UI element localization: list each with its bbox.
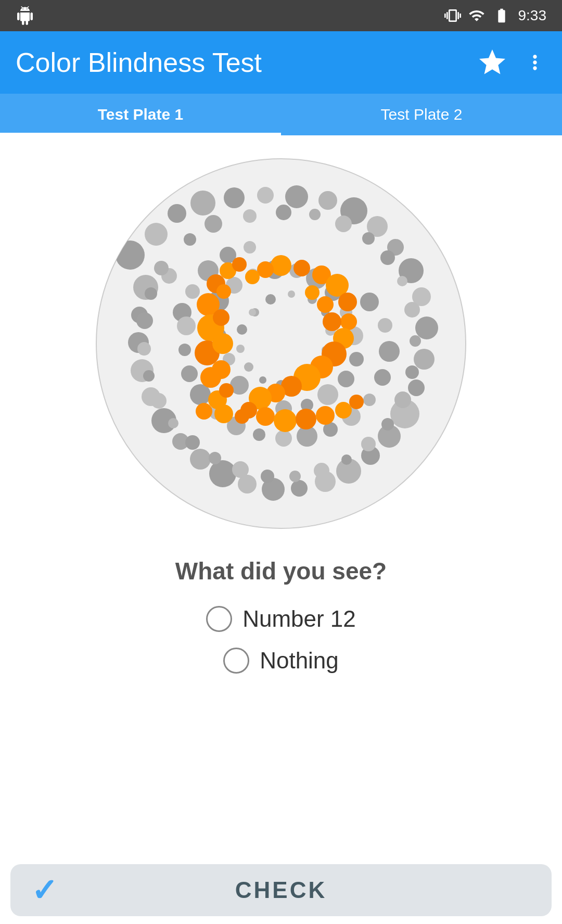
android-icon	[16, 6, 34, 25]
svg-point-58	[168, 418, 178, 428]
svg-point-54	[261, 470, 274, 483]
svg-point-150	[274, 409, 297, 432]
status-bar-left	[16, 6, 34, 25]
svg-point-153	[335, 402, 352, 419]
svg-point-151	[296, 409, 316, 429]
svg-point-6	[224, 187, 245, 208]
status-bar-right: 9:33	[444, 7, 547, 24]
ishihara-plate	[88, 151, 474, 536]
signal-icon	[468, 7, 485, 24]
more-options-icon[interactable]	[523, 47, 546, 78]
svg-point-4	[168, 204, 186, 223]
svg-point-60	[143, 370, 155, 382]
status-bar: 9:33	[0, 0, 562, 31]
svg-point-15	[415, 317, 438, 339]
question-text: What did you see?	[175, 557, 387, 585]
svg-point-84	[178, 344, 191, 356]
svg-point-140	[340, 313, 357, 330]
svg-point-74	[363, 394, 376, 406]
svg-point-106	[288, 290, 295, 298]
svg-point-83	[181, 365, 198, 382]
svg-point-70	[360, 293, 379, 311]
check-label: CHECK	[235, 877, 327, 903]
svg-point-94	[349, 352, 364, 366]
svg-point-128	[212, 360, 231, 379]
svg-point-44	[397, 276, 407, 286]
check-button-container: ✓ CHECK	[0, 856, 562, 924]
svg-point-152	[316, 406, 335, 425]
svg-point-148	[240, 402, 257, 419]
svg-point-5	[190, 191, 215, 216]
option-number-12-label: Number 12	[242, 606, 356, 632]
svg-point-116	[236, 345, 245, 353]
svg-point-127	[212, 333, 233, 354]
svg-point-38	[243, 209, 257, 223]
svg-point-85	[177, 317, 196, 335]
svg-point-126	[213, 309, 229, 326]
svg-point-158	[317, 296, 334, 313]
svg-point-114	[259, 376, 266, 384]
svg-point-8	[285, 185, 308, 208]
svg-point-71	[378, 318, 392, 333]
svg-point-3	[145, 223, 168, 246]
check-icon: ✓	[31, 872, 57, 908]
svg-point-39	[276, 205, 291, 220]
svg-point-41	[335, 216, 352, 232]
svg-point-56	[209, 452, 221, 464]
app-bar: Color Blindness Test	[0, 31, 562, 94]
svg-point-47	[405, 365, 419, 379]
svg-point-154	[349, 395, 364, 409]
svg-point-125	[216, 284, 231, 299]
svg-point-72	[379, 341, 400, 362]
svg-point-26	[209, 460, 236, 487]
svg-point-43	[380, 250, 395, 265]
svg-point-66	[185, 284, 200, 299]
svg-point-115	[244, 362, 253, 372]
svg-point-136	[293, 260, 310, 276]
svg-point-92	[317, 384, 338, 405]
svg-point-155	[257, 261, 274, 278]
svg-point-78	[275, 430, 292, 447]
svg-point-23	[291, 480, 308, 497]
svg-point-7	[257, 187, 274, 204]
main-content: What did you see? Number 12 Nothing	[0, 135, 562, 689]
svg-point-49	[381, 418, 394, 431]
app-bar-actions	[477, 47, 546, 78]
svg-point-46	[410, 335, 421, 347]
svg-point-157	[323, 312, 341, 331]
svg-point-93	[338, 371, 354, 387]
option-number-12[interactable]: Number 12	[206, 606, 356, 632]
svg-point-27	[190, 449, 211, 470]
svg-point-135	[271, 255, 291, 276]
check-button[interactable]: ✓ CHECK	[10, 864, 552, 916]
svg-point-52	[314, 463, 329, 478]
favorite-icon[interactable]	[477, 47, 508, 78]
radio-button-number-12[interactable]	[206, 606, 232, 632]
svg-point-159	[305, 285, 320, 300]
svg-point-57	[185, 435, 200, 450]
svg-point-16	[414, 349, 435, 370]
option-nothing[interactable]: Nothing	[223, 648, 339, 674]
svg-point-45	[404, 302, 420, 318]
svg-point-118	[249, 309, 256, 316]
svg-point-42	[362, 232, 375, 245]
svg-point-51	[341, 454, 352, 465]
app-title: Color Blindness Test	[16, 47, 262, 78]
svg-point-62	[136, 312, 153, 329]
svg-point-129	[219, 383, 234, 398]
radio-group: Number 12 Nothing	[0, 606, 562, 674]
option-nothing-label: Nothing	[260, 648, 339, 674]
svg-point-53	[289, 471, 301, 482]
svg-point-9	[318, 191, 337, 210]
svg-point-105	[265, 294, 276, 305]
svg-point-64	[154, 261, 169, 275]
svg-point-63	[145, 287, 157, 300]
tab-test-plate-1[interactable]: Test Plate 1	[0, 94, 281, 135]
svg-point-50	[361, 437, 376, 451]
question-section: What did you see? Number 12 Nothing	[0, 536, 562, 689]
radio-button-nothing[interactable]	[223, 648, 249, 674]
vibrate-icon	[444, 7, 461, 24]
svg-point-156	[245, 270, 260, 284]
tab-test-plate-2[interactable]: Test Plate 2	[281, 94, 562, 135]
svg-point-59	[151, 393, 167, 409]
